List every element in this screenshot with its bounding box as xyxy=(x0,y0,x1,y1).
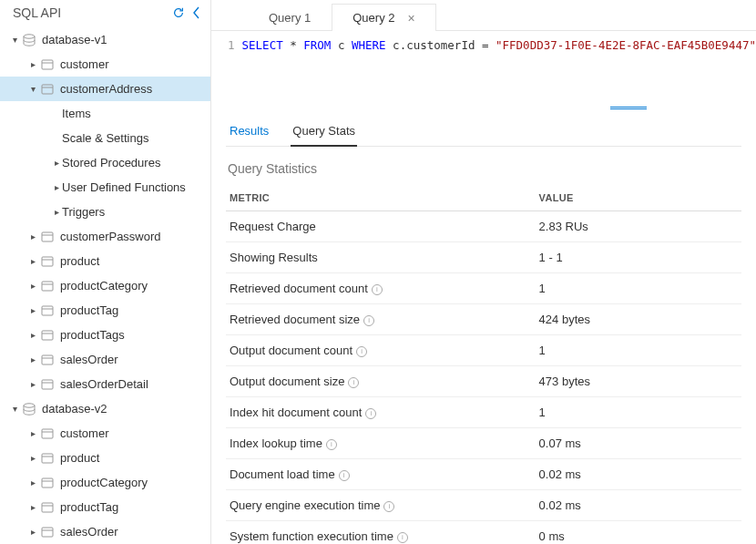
info-icon[interactable]: i xyxy=(363,315,374,326)
container-icon xyxy=(40,279,55,293)
database-icon xyxy=(22,33,36,47)
close-icon[interactable]: × xyxy=(408,12,415,25)
metric-cell: Document load timei xyxy=(226,459,536,490)
caret-icon: ▸ xyxy=(27,59,38,69)
svg-rect-3 xyxy=(42,85,53,94)
sidebar-title: SQL API xyxy=(13,5,61,20)
container-child[interactable]: ▸ User Defined Functions xyxy=(0,175,210,200)
svg-rect-26 xyxy=(42,503,53,512)
result-tabs: Results Query Stats xyxy=(226,111,741,147)
container-node[interactable]: ▸ customer xyxy=(0,52,210,77)
container-node[interactable]: ▸ product xyxy=(0,249,210,273)
container-icon xyxy=(40,57,55,72)
info-icon[interactable]: i xyxy=(383,501,394,512)
container-node[interactable]: ▾ customerAddress xyxy=(0,77,210,101)
caret-icon: ▾ xyxy=(9,35,20,45)
container-icon xyxy=(40,426,55,441)
container-label: productTag xyxy=(60,303,118,317)
container-label: salesOrderDetail xyxy=(60,377,148,391)
value-cell: 0 ms xyxy=(536,521,741,545)
metric-cell: Request Charge xyxy=(226,211,536,242)
child-label: Scale & Settings xyxy=(62,131,148,145)
container-node[interactable]: ▸ product xyxy=(0,446,210,470)
caret-icon: ▾ xyxy=(27,84,38,94)
tab-query-stats[interactable]: Query Stats xyxy=(291,120,357,147)
svg-rect-20 xyxy=(42,429,53,438)
container-label: salesOrder xyxy=(60,353,118,366)
container-node[interactable]: ▸ productTags xyxy=(0,323,210,347)
container-node[interactable]: ▸ salesOrder xyxy=(0,519,210,544)
collapse-icon[interactable] xyxy=(192,6,201,19)
container-node[interactable]: ▸ salesOrderDetail xyxy=(0,372,210,396)
sidebar: SQL API ▾ database-v1 ▸ customer ▾ custo… xyxy=(0,0,211,544)
tree: ▾ database-v1 ▸ customer ▾ customerAddre… xyxy=(0,26,210,544)
container-node[interactable]: ▸ salesOrder xyxy=(0,347,210,372)
tab-results[interactable]: Results xyxy=(228,120,271,147)
container-node[interactable]: ▸ productCategory xyxy=(0,470,210,495)
info-icon[interactable]: i xyxy=(397,532,408,543)
container-node[interactable]: ▸ customerPassword xyxy=(0,224,210,249)
container-node[interactable]: ▸ productTag xyxy=(0,298,210,323)
container-label: product xyxy=(60,254,99,268)
stats-table: METRIC VALUE Request Charge 2.83 RUs Sho… xyxy=(226,185,741,544)
info-icon[interactable]: i xyxy=(356,346,367,357)
results-panel: Results Query Stats Query Statistics MET… xyxy=(211,111,756,544)
info-icon[interactable]: i xyxy=(372,284,383,295)
caret-icon: ▾ xyxy=(9,404,20,414)
main-panel: Query 1 Query 2 × 1 SELECT * FROM c WHER… xyxy=(211,0,756,544)
container-label: customer xyxy=(60,57,108,71)
db-label: database-v1 xyxy=(42,33,107,46)
container-icon xyxy=(40,303,55,318)
line-number: 1 xyxy=(211,38,242,97)
table-row: Document load timei 0.02 ms xyxy=(226,459,741,490)
metric-cell: Showing Results xyxy=(226,242,536,273)
metric-cell: Query engine execution timei xyxy=(226,490,536,521)
table-row: Output document sizei 473 bytes xyxy=(226,366,741,397)
child-label: Stored Procedures xyxy=(62,156,160,169)
caret-icon: ▸ xyxy=(27,428,38,438)
db-node[interactable]: ▾ database-v2 xyxy=(0,396,210,421)
info-icon[interactable]: i xyxy=(365,408,376,419)
refresh-icon[interactable] xyxy=(172,6,185,19)
code-editor[interactable]: 1 SELECT * FROM c WHERE c.customerId = "… xyxy=(211,31,756,104)
container-node[interactable]: ▸ productTag xyxy=(0,495,210,519)
info-icon[interactable]: i xyxy=(348,377,359,388)
db-label: database-v2 xyxy=(42,402,107,416)
container-child[interactable]: ▸ Triggers xyxy=(0,200,210,224)
caret-icon: ▸ xyxy=(51,207,62,217)
container-label: productCategory xyxy=(60,476,148,489)
tab-query-2[interactable]: Query 2 × xyxy=(332,4,435,31)
db-node[interactable]: ▾ database-v1 xyxy=(0,27,210,52)
resize-handle[interactable] xyxy=(211,104,756,111)
info-icon[interactable]: i xyxy=(326,439,337,450)
svg-point-19 xyxy=(24,403,35,406)
caret-icon: ▸ xyxy=(27,354,38,364)
value-cell: 1 xyxy=(536,273,741,304)
svg-rect-15 xyxy=(42,355,53,364)
container-label: productTag xyxy=(60,500,118,514)
tab-query-1[interactable]: Query 1 xyxy=(248,4,332,31)
value-cell: 0.02 ms xyxy=(536,459,741,490)
svg-rect-11 xyxy=(42,306,53,315)
container-child[interactable]: Items xyxy=(0,101,210,126)
tab-label: Query 1 xyxy=(269,11,311,25)
editor-tabs: Query 1 Query 2 × xyxy=(211,0,756,31)
container-label: productCategory xyxy=(60,279,148,293)
child-label: Items xyxy=(62,107,91,120)
value-cell: 1 - 1 xyxy=(536,242,741,273)
container-child[interactable]: Scale & Settings xyxy=(0,126,210,150)
grip-icon xyxy=(610,107,647,109)
col-value: VALUE xyxy=(536,185,741,211)
container-icon xyxy=(40,476,55,490)
caret-icon: ▸ xyxy=(27,330,38,340)
caret-icon: ▸ xyxy=(27,527,38,537)
container-node[interactable]: ▸ productCategory xyxy=(0,273,210,298)
tab-label: Query 2 xyxy=(352,11,394,25)
caret-icon: ▸ xyxy=(51,158,62,168)
table-row: Index lookup timei 0.07 ms xyxy=(226,428,741,459)
value-cell: 2.83 RUs xyxy=(536,211,741,242)
info-icon[interactable]: i xyxy=(339,470,350,481)
container-child[interactable]: ▸ Stored Procedures xyxy=(0,150,210,175)
container-node[interactable]: ▸ customer xyxy=(0,421,210,446)
container-icon xyxy=(40,451,55,466)
